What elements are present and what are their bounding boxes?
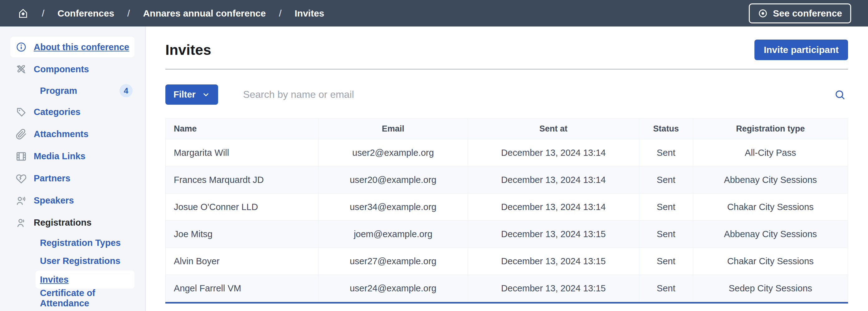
search-input[interactable] [232, 86, 826, 103]
cell-status: Sent [639, 275, 693, 302]
topbar: / Conferences / Annares annual conferenc… [0, 0, 868, 27]
sidebar-item-media-links[interactable]: Media Links [0, 145, 145, 167]
sidebar-item-components[interactable]: Components [0, 58, 145, 80]
sidebar-item-label: Registrations [34, 217, 91, 228]
see-conference-button[interactable]: See conference [749, 3, 851, 23]
table-row: Joe Mitsg joem@example.org December 13, … [166, 221, 848, 248]
column-header-registration-type: Registration type [693, 119, 848, 139]
sidebar-item-program[interactable]: Program 4 [0, 80, 145, 101]
sidebar-item-label: Program [40, 86, 77, 96]
program-count-badge: 4 [120, 84, 133, 97]
sidebar-item-invites[interactable]: Invites [36, 271, 134, 288]
cell-email: user20@example.org [318, 166, 468, 194]
invites-table-container: Name Email Sent at Status Registration t… [165, 118, 848, 304]
sidebar-item-about-this-conference[interactable]: About this conference [10, 37, 134, 57]
sidebar-item-label: Invites [40, 275, 69, 285]
cell-email: user34@example.org [318, 194, 468, 221]
cell-registration-type: All-City Pass [693, 139, 848, 166]
cell-registration-type: Sedep City Sessions [693, 275, 848, 302]
page-title: Invites [165, 41, 211, 58]
cell-registration-type: Abbenay City Sessions [693, 166, 848, 194]
column-header-status: Status [639, 119, 693, 139]
user-icon [16, 217, 27, 229]
breadcrumb-separator: / [127, 8, 130, 19]
table-row: Frances Marquardt JD user20@example.org … [166, 166, 848, 194]
title-divider [165, 69, 848, 69]
cell-email: joem@example.org [318, 221, 468, 248]
main-content: Invites Invite participant Filter [146, 27, 868, 311]
cell-sent-at: December 13, 2024 13:15 [468, 248, 639, 275]
sidebar-item-label: Partners [34, 173, 70, 183]
cell-sent-at: December 13, 2024 13:14 [468, 194, 639, 221]
cell-registration-type: Chakar City Sessions [693, 194, 848, 221]
info-icon [16, 41, 27, 53]
invites-table: Name Email Sent at Status Registration t… [165, 118, 848, 302]
cell-registration-type: Chakar City Sessions [693, 248, 848, 275]
cell-email: user24@example.org [318, 275, 468, 302]
sidebar-item-registrations[interactable]: Registrations [0, 212, 145, 234]
cell-status: Sent [639, 166, 693, 194]
table-row: Margarita Will user2@example.org Decembe… [166, 139, 848, 166]
home-link[interactable] [18, 8, 29, 19]
sidebar-item-label: Components [34, 64, 89, 74]
cell-name: Joe Mitsg [166, 221, 318, 248]
cell-sent-at: December 13, 2024 13:14 [468, 139, 639, 166]
sidebar-item-label: About this conference [34, 42, 129, 53]
eye-icon [758, 8, 768, 19]
sidebar-item-attachments[interactable]: Attachments [0, 123, 145, 145]
cell-status: Sent [639, 139, 693, 166]
cell-sent-at: December 13, 2024 13:15 [468, 221, 639, 248]
tools-icon [16, 64, 27, 75]
sidebar-item-certificate-of-attendance[interactable]: Certificate of Attendance [0, 289, 145, 307]
table-row: Alvin Boyer user27@example.org December … [166, 248, 848, 275]
chevron-down-icon [202, 91, 210, 99]
filter-button[interactable]: Filter [165, 84, 218, 105]
table-row: Josue O'Conner LLD user34@example.org De… [166, 194, 848, 221]
sidebar-item-partners[interactable]: Partners [0, 167, 145, 189]
cell-status: Sent [639, 194, 693, 221]
paperclip-icon [16, 129, 27, 140]
sidebar-item-speakers[interactable]: Speakers [0, 189, 145, 212]
column-header-sent-at: Sent at [468, 119, 639, 139]
breadcrumb-separator: / [42, 8, 44, 19]
cell-name: Frances Marquardt JD [166, 166, 318, 194]
sidebar-item-label: Speakers [34, 196, 74, 206]
sidebar-item-user-registrations[interactable]: User Registrations [0, 252, 145, 270]
search-button[interactable] [832, 87, 848, 103]
breadcrumb-invites[interactable]: Invites [294, 8, 324, 19]
sidebar-item-label: User Registrations [40, 256, 120, 266]
breadcrumb: / Conferences / Annares annual conferenc… [18, 8, 324, 19]
invite-participant-button[interactable]: Invite participant [754, 40, 848, 60]
sidebar-item-label: Attachments [34, 129, 89, 139]
home-icon [18, 8, 29, 19]
cell-status: Sent [639, 248, 693, 275]
table-row: Angel Farrell VM user24@example.org Dece… [166, 275, 848, 302]
cell-email: user27@example.org [318, 248, 468, 275]
sidebar-item-label: Certificate of Attendance [40, 288, 134, 309]
cell-name: Alvin Boyer [166, 248, 318, 275]
see-conference-label: See conference [773, 8, 842, 19]
sidebar-item-categories[interactable]: Categories [0, 101, 145, 123]
sidebar-item-label: Categories [34, 107, 81, 117]
table-header-row: Name Email Sent at Status Registration t… [166, 119, 848, 139]
breadcrumb-conference-name[interactable]: Annares annual conference [143, 8, 266, 19]
search-icon [834, 89, 846, 101]
breadcrumb-separator: / [279, 8, 281, 19]
cell-email: user2@example.org [318, 139, 468, 166]
tag-icon [16, 107, 27, 118]
film-icon [16, 151, 27, 162]
cell-sent-at: December 13, 2024 13:14 [468, 166, 639, 194]
sidebar-item-registration-types[interactable]: Registration Types [0, 234, 145, 252]
column-header-name: Name [166, 119, 318, 139]
user-voice-icon [16, 195, 27, 206]
filter-button-label: Filter [174, 90, 196, 100]
sidebar-item-label: Registration Types [40, 238, 121, 248]
column-header-email: Email [318, 119, 468, 139]
sidebar: About this conference Components Program… [0, 27, 146, 311]
heart-handshake-icon [16, 173, 27, 184]
cell-name: Josue O'Conner LLD [166, 194, 318, 221]
breadcrumb-conferences[interactable]: Conferences [57, 8, 114, 19]
sidebar-item-label: Media Links [34, 151, 86, 162]
cell-name: Angel Farrell VM [166, 275, 318, 302]
cell-status: Sent [639, 221, 693, 248]
